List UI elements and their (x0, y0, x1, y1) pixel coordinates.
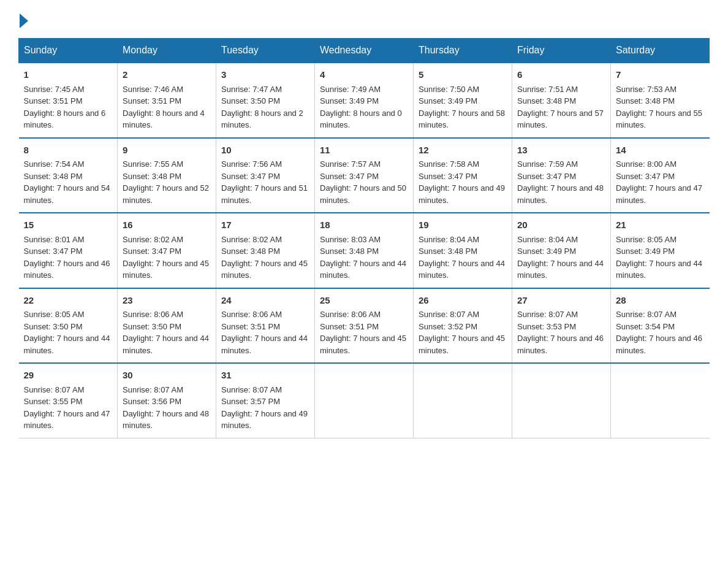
daylight-label: Daylight: 8 hours and 2 minutes. (221, 109, 303, 130)
day-number: 9 (123, 144, 211, 158)
calendar-cell: 5Sunrise: 7:50 AMSunset: 3:49 PMDaylight… (414, 63, 512, 138)
day-number: 14 (616, 144, 705, 158)
day-number: 10 (221, 144, 309, 158)
sunset-label: Sunset: 3:47 PM (123, 247, 181, 256)
calendar-cell: 20Sunrise: 8:04 AMSunset: 3:49 PMDayligh… (512, 213, 611, 288)
calendar-cell: 14Sunrise: 8:00 AMSunset: 3:47 PMDayligh… (611, 138, 710, 213)
sunrise-label: Sunrise: 7:49 AM (320, 85, 381, 94)
daylight-label: Daylight: 8 hours and 6 minutes. (24, 109, 106, 130)
sunset-label: Sunset: 3:49 PM (320, 96, 379, 105)
sunset-label: Sunset: 3:48 PM (517, 96, 576, 105)
sunset-label: Sunset: 3:47 PM (419, 172, 477, 181)
day-number: 25 (320, 294, 408, 308)
calendar-cell: 30Sunrise: 8:07 AMSunset: 3:56 PMDayligh… (118, 363, 216, 438)
sunset-label: Sunset: 3:52 PM (419, 322, 477, 331)
calendar-cell (611, 363, 710, 438)
day-number: 22 (24, 294, 113, 308)
sunset-label: Sunset: 3:47 PM (24, 247, 83, 256)
day-number: 4 (320, 68, 408, 82)
day-number: 19 (419, 218, 507, 232)
day-number: 18 (320, 218, 408, 232)
daylight-label: Daylight: 7 hours and 47 minutes. (24, 409, 110, 431)
daylight-label: Daylight: 7 hours and 49 minutes. (221, 409, 308, 431)
calendar-week-row: 8Sunrise: 7:54 AMSunset: 3:48 PMDaylight… (19, 138, 710, 213)
calendar-cell: 16Sunrise: 8:02 AMSunset: 3:47 PMDayligh… (118, 213, 216, 288)
day-number: 15 (24, 218, 113, 232)
calendar-cell: 1Sunrise: 7:45 AMSunset: 3:51 PMDaylight… (19, 63, 118, 138)
daylight-label: Daylight: 7 hours and 44 minutes. (320, 259, 406, 280)
sunrise-label: Sunrise: 8:05 AM (24, 310, 85, 319)
calendar-cell: 25Sunrise: 8:06 AMSunset: 3:51 PMDayligh… (315, 288, 414, 364)
calendar-cell: 23Sunrise: 8:06 AMSunset: 3:50 PMDayligh… (118, 288, 216, 364)
daylight-label: Daylight: 7 hours and 47 minutes. (616, 183, 702, 205)
sunset-label: Sunset: 3:50 PM (221, 96, 280, 105)
calendar-header-thursday: Thursday (414, 39, 512, 63)
day-number: 7 (616, 68, 705, 82)
sunset-label: Sunset: 3:54 PM (616, 322, 675, 331)
daylight-label: Daylight: 7 hours and 45 minutes. (123, 259, 209, 280)
daylight-label: Daylight: 7 hours and 45 minutes. (221, 259, 308, 280)
calendar-cell (315, 363, 414, 438)
sunrise-label: Sunrise: 8:06 AM (320, 310, 381, 319)
calendar-cell: 8Sunrise: 7:54 AMSunset: 3:48 PMDaylight… (19, 138, 118, 213)
day-number: 28 (616, 294, 705, 308)
day-number: 21 (616, 218, 705, 232)
day-number: 24 (221, 294, 309, 308)
day-number: 6 (517, 68, 605, 82)
sunset-label: Sunset: 3:50 PM (24, 322, 83, 331)
daylight-label: Daylight: 7 hours and 55 minutes. (616, 109, 702, 130)
sunset-label: Sunset: 3:48 PM (221, 247, 280, 256)
calendar-cell: 29Sunrise: 8:07 AMSunset: 3:55 PMDayligh… (19, 363, 118, 438)
sunrise-label: Sunrise: 7:50 AM (419, 85, 479, 94)
calendar-cell: 7Sunrise: 7:53 AMSunset: 3:48 PMDaylight… (611, 63, 710, 138)
day-number: 27 (517, 294, 605, 308)
sunset-label: Sunset: 3:51 PM (221, 322, 280, 331)
sunset-label: Sunset: 3:56 PM (123, 397, 181, 406)
calendar-cell (414, 363, 512, 438)
daylight-label: Daylight: 7 hours and 44 minutes. (123, 334, 209, 355)
sunrise-label: Sunrise: 8:01 AM (24, 235, 85, 244)
calendar-cell: 21Sunrise: 8:05 AMSunset: 3:49 PMDayligh… (611, 213, 710, 288)
sunset-label: Sunset: 3:49 PM (616, 247, 675, 256)
calendar-cell: 24Sunrise: 8:06 AMSunset: 3:51 PMDayligh… (216, 288, 315, 364)
sunrise-label: Sunrise: 8:07 AM (123, 385, 183, 394)
calendar-cell: 26Sunrise: 8:07 AMSunset: 3:52 PMDayligh… (414, 288, 512, 364)
sunset-label: Sunset: 3:48 PM (419, 247, 477, 256)
daylight-label: Daylight: 7 hours and 49 minutes. (419, 183, 505, 205)
sunset-label: Sunset: 3:48 PM (24, 172, 83, 181)
calendar-cell: 15Sunrise: 8:01 AMSunset: 3:47 PMDayligh… (19, 213, 118, 288)
day-number: 31 (221, 369, 309, 383)
sunrise-label: Sunrise: 7:57 AM (320, 159, 381, 169)
logo-arrow-icon (20, 13, 28, 28)
calendar-header-wednesday: Wednesday (315, 39, 414, 63)
day-number: 16 (123, 218, 211, 232)
sunset-label: Sunset: 3:57 PM (221, 397, 280, 406)
daylight-label: Daylight: 7 hours and 46 minutes. (616, 334, 702, 355)
day-number: 26 (419, 294, 507, 308)
daylight-label: Daylight: 7 hours and 51 minutes. (221, 183, 308, 205)
daylight-label: Daylight: 7 hours and 44 minutes. (517, 259, 604, 280)
calendar-cell: 18Sunrise: 8:03 AMSunset: 3:48 PMDayligh… (315, 213, 414, 288)
daylight-label: Daylight: 7 hours and 44 minutes. (616, 259, 702, 280)
sunrise-label: Sunrise: 7:58 AM (419, 159, 479, 169)
day-number: 12 (419, 144, 507, 158)
daylight-label: Daylight: 7 hours and 57 minutes. (517, 109, 604, 130)
sunrise-label: Sunrise: 7:53 AM (616, 85, 677, 94)
sunset-label: Sunset: 3:55 PM (24, 397, 83, 406)
calendar-header-row: SundayMondayTuesdayWednesdayThursdayFrid… (19, 39, 710, 63)
day-number: 11 (320, 144, 408, 158)
sunset-label: Sunset: 3:47 PM (517, 172, 576, 181)
page-header (18, 12, 710, 26)
day-number: 2 (123, 68, 211, 82)
sunset-label: Sunset: 3:49 PM (419, 96, 477, 105)
calendar-header-sunday: Sunday (19, 39, 118, 63)
sunset-label: Sunset: 3:49 PM (517, 247, 576, 256)
calendar-cell: 9Sunrise: 7:55 AMSunset: 3:48 PMDaylight… (118, 138, 216, 213)
sunrise-label: Sunrise: 8:07 AM (419, 310, 479, 319)
sunset-label: Sunset: 3:47 PM (221, 172, 280, 181)
daylight-label: Daylight: 7 hours and 48 minutes. (517, 183, 604, 205)
daylight-label: Daylight: 7 hours and 44 minutes. (221, 334, 308, 355)
sunrise-label: Sunrise: 7:51 AM (517, 85, 578, 94)
sunrise-label: Sunrise: 7:54 AM (24, 159, 85, 169)
sunset-label: Sunset: 3:48 PM (320, 247, 379, 256)
